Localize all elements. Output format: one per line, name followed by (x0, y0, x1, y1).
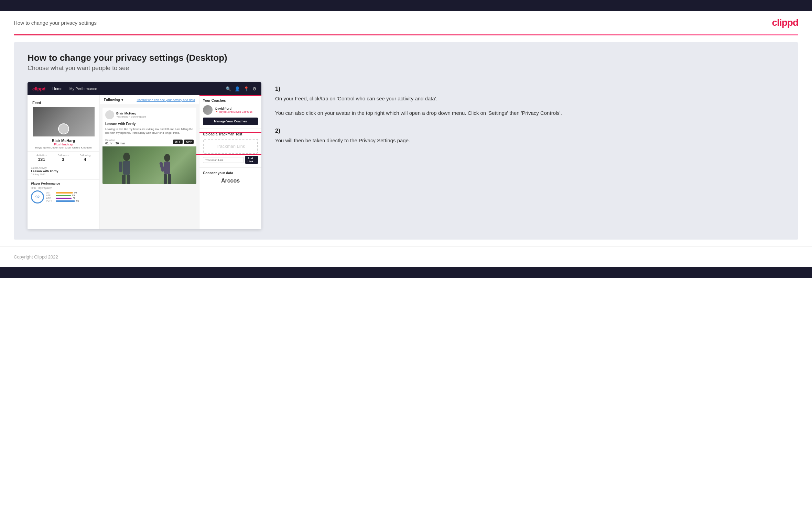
app-upload-section: Upload a Trackman Test Trackman Link Add… (199, 129, 261, 168)
app-stat-activities: Activities 131 (36, 154, 47, 162)
app-center-feed: Following ▾ Control who can see your act… (100, 95, 199, 229)
post-date: Yesterday · Sunningdale (116, 115, 146, 118)
search-icon: 🔍 (226, 86, 231, 91)
arccos-label: Arccos (203, 178, 258, 184)
copyright: Copyright Clippd 2022 (14, 254, 58, 260)
app-sidebar: Feed Blair McHarg Plus Handicap Royal No… (28, 95, 100, 229)
following-button[interactable]: Following ▾ (104, 98, 123, 102)
coach-name: David Ford (215, 107, 252, 110)
coaches-title: Your Coaches (203, 99, 258, 102)
instruction-step2: 2) You will then be taken directly to th… (275, 128, 784, 145)
top-bar (0, 0, 812, 11)
following-label: Following (104, 98, 120, 102)
app-body: Feed Blair McHarg Plus Handicap Royal No… (28, 95, 261, 229)
app-nav-performance: My Performance (69, 87, 97, 91)
app-profile-info: Blair McHarg Plus Handicap Royal North D… (28, 136, 99, 151)
app-stat-following: Following 4 (79, 154, 90, 162)
svg-point-5 (164, 154, 170, 162)
followers-label: Followers (57, 154, 68, 157)
footer: Copyright Clippd 2022 (0, 246, 812, 267)
app-value: 85 (72, 194, 75, 197)
manage-coaches-button[interactable]: Manage Your Coaches (203, 118, 258, 125)
bar-app: APP 85 (46, 194, 96, 197)
app-profile-banner (33, 107, 95, 136)
quality-label: Total Player Quality (31, 187, 96, 189)
bar-arg: ARG 86 (46, 197, 96, 199)
step2-text: You will then be taken directly to the P… (275, 136, 784, 145)
coaches-annotated: Your Coaches David Ford 📍 Royal North De… (199, 95, 261, 129)
coach-info: David Ford 📍 Royal North Devon Golf Club (215, 107, 252, 113)
coach-avatar (203, 105, 213, 115)
post-description: Looking to feel like my hands are exitin… (102, 127, 196, 137)
coach-row: David Ford 📍 Royal North Devon Golf Club (203, 105, 258, 115)
followers-value: 3 (57, 157, 68, 162)
app-stats: Activities 131 Followers 3 Following 4 (28, 151, 99, 164)
app-nav-icons: 🔍 👤 📍 ⚙ (226, 86, 257, 91)
bar-ott: OTT 90 (46, 191, 96, 194)
post-author-name: Blair McHarg (116, 111, 146, 115)
post-image (102, 146, 196, 184)
app-feed-tab: Feed (28, 99, 99, 107)
app-feed-header: Following ▾ Control who can see your act… (100, 95, 199, 105)
activities-label: Activities (36, 154, 47, 157)
app-connect-section: Connect your data Arccos (199, 168, 261, 187)
duration-label: Duration (105, 139, 125, 142)
step1-number: 1) (275, 86, 784, 92)
putt-label: PUTT (46, 200, 54, 202)
trackman-box: Trackman Link (203, 139, 258, 154)
trackman-input[interactable] (203, 157, 244, 163)
following-value: 4 (79, 157, 90, 162)
instructions-panel: 1) On your Feed, click/tap on 'Control w… (275, 82, 784, 158)
arg-label: ARG (46, 197, 54, 199)
app-latest-activity: Latest Activity Lesson with Fordy 03 Aug… (28, 164, 99, 178)
app-profile-club: Royal North Devon Golf Club, United King… (31, 146, 96, 149)
chevron-down-icon: ▾ (121, 98, 123, 102)
post-header: Blair McHarg Yesterday · Sunningdale (102, 108, 196, 122)
add-link-button[interactable]: Add Link (245, 156, 258, 164)
app-stat-followers: Followers 3 (57, 154, 68, 162)
quality-row: 92 OTT 90 APP 85 (31, 190, 96, 203)
svg-rect-8 (164, 174, 167, 184)
header-divider (14, 34, 798, 35)
ott-label: OTT (46, 191, 54, 194)
pin-icon: 📍 (215, 111, 218, 113)
avatar-icon: ⚙ (252, 86, 257, 91)
app-profile-avatar (58, 123, 69, 134)
trackman-title: Trackman Link (208, 144, 253, 149)
trackman-input-row: Add Link (203, 156, 258, 164)
header: How to change your privacy settings clip… (0, 11, 812, 34)
quality-bars: OTT 90 APP 85 ARG (46, 191, 96, 202)
svg-rect-7 (159, 162, 165, 172)
bottom-bar (0, 267, 812, 278)
latest-value: Lesson with Fordy (31, 169, 96, 173)
content-area: clippd Home My Performance 🔍 👤 📍 ⚙ Feed (28, 82, 784, 229)
svg-rect-9 (168, 174, 171, 184)
svg-point-0 (123, 153, 130, 161)
main-content: How to change your privacy settings (Des… (14, 42, 798, 240)
control-link[interactable]: Control who can see your activity and da… (137, 98, 195, 102)
svg-rect-3 (122, 175, 126, 184)
ott-bar (56, 192, 73, 194)
location-icon: 📍 (243, 86, 249, 91)
connect-title: Connect your data (203, 171, 258, 175)
profile-icon: 👤 (235, 86, 240, 91)
app-profile-subtitle: Plus Handicap (31, 143, 96, 146)
app-profile-name: Blair McHarg (31, 139, 96, 143)
page-subtitle: Choose what you want people to see (28, 65, 784, 72)
post-title: Lesson with Fordy (102, 122, 196, 127)
player-perf-title: Player Performance (31, 182, 96, 185)
duration-tags: OTT APP (173, 140, 194, 144)
step2-number: 2) (275, 128, 784, 134)
app-nav-logo: clippd (32, 86, 45, 91)
app-bar (56, 195, 71, 196)
breadcrumb: How to change your privacy settings (14, 20, 97, 26)
app-player-performance: Player Performance Total Player Quality … (28, 179, 99, 206)
duration-value: 01 hr : 30 min (105, 142, 125, 145)
golfer-left-silhouette (113, 150, 140, 184)
svg-rect-2 (119, 162, 122, 172)
quality-circle: 92 (31, 190, 44, 203)
coach-club: 📍 Royal North Devon Golf Club (215, 110, 252, 113)
tag-app: APP (184, 140, 194, 144)
duration-info: Duration 01 hr : 30 min (105, 139, 125, 145)
app-coaches-section: Your Coaches David Ford 📍 Royal North De… (199, 95, 261, 129)
